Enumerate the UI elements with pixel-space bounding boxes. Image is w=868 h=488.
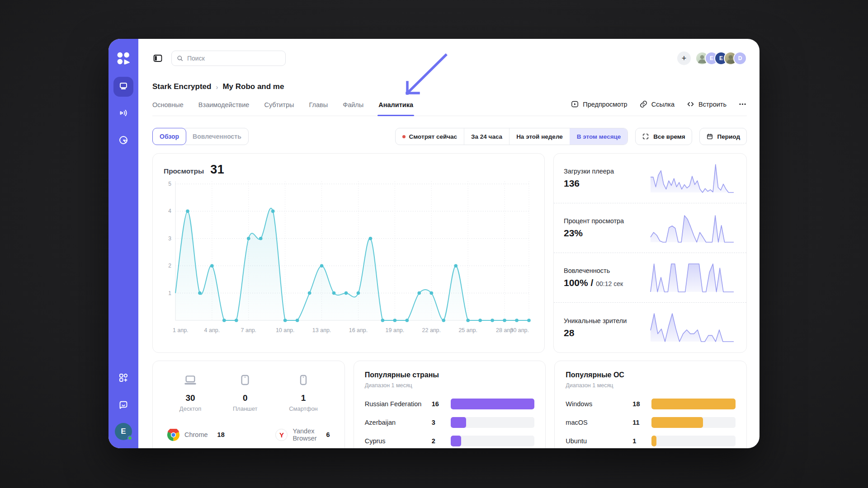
bar-value: 3 (432, 419, 451, 426)
stat-value-watch-percent: 23% (564, 228, 624, 239)
filter-month[interactable]: В этом месяце (570, 128, 628, 145)
live-icon (118, 108, 129, 120)
sidebar: E (108, 39, 138, 448)
app-window: E + EED Stark Encrypte (108, 39, 760, 448)
breadcrumb-parent[interactable]: Stark Encrypted (152, 82, 211, 91)
sidebar-item-live[interactable] (113, 104, 133, 124)
bar-fill (651, 399, 736, 409)
bar-fill (651, 417, 703, 428)
countries-row: Cyprus2 (365, 436, 535, 446)
device-tablet-value: 0 (243, 393, 248, 403)
preview-button[interactable]: Предпросмотр (571, 100, 627, 108)
support-button[interactable] (114, 397, 132, 415)
main-area: + EED Stark Encrypted › My Robo and me О… (138, 39, 760, 448)
os-row: Ubuntu1 (566, 436, 736, 446)
tabs-row: ОсновныеВзаимодействиеСубтитрыГлавыФайлы… (152, 101, 747, 116)
filter-week-label: На этой неделе (516, 133, 563, 140)
stat-row-watch-percent: Процент просмотра23% (554, 203, 746, 253)
sidebar-item-library[interactable] (113, 77, 133, 97)
sparkline-player-loads (649, 161, 736, 196)
video-actions: ПредпросмотрСсылкаВстроить (571, 100, 747, 108)
bar-track (451, 436, 535, 446)
tab-interaction[interactable]: Взаимодействие (198, 101, 250, 116)
bar-fill (651, 436, 656, 446)
period-button[interactable]: Период (699, 128, 747, 145)
stat-value-engagement: 100% / 00:12 сек (564, 277, 623, 288)
more-button[interactable] (738, 100, 747, 108)
avatar-group: EED (695, 52, 747, 65)
svg-text:1 апр.: 1 апр. (173, 327, 189, 333)
stat-row-unique-viewers: Уникальные зрители28 (554, 303, 746, 352)
preview-icon (571, 100, 579, 108)
browser-yandex-value: 6 (326, 431, 330, 438)
filter-month-label: В этом месяце (577, 133, 621, 140)
filter-watching-now-label: Смотрят сейчас (409, 133, 458, 140)
bar-value: 11 (632, 419, 651, 426)
user-avatar[interactable]: E (115, 423, 132, 440)
phone-icon (296, 373, 311, 389)
svg-text:16 апр.: 16 апр. (349, 327, 368, 333)
tab-chapters[interactable]: Главы (309, 101, 328, 116)
avatar-d-4[interactable]: D (733, 52, 747, 65)
bar-name: Russian Federation (365, 400, 432, 408)
device-smartphone: 1Смартфон (289, 373, 318, 412)
filter-watching-now[interactable]: Смотрят сейчас (396, 128, 464, 145)
filter-week[interactable]: На этой неделе (509, 128, 570, 145)
all-time-button[interactable]: Все время (635, 128, 692, 145)
add-member-button[interactable]: + (677, 52, 691, 65)
svg-text:4 апр.: 4 апр. (204, 327, 220, 333)
stats-panel: Загрузки плеера136Процент просмотра23%Во… (553, 153, 747, 353)
all-time-label: Все время (653, 133, 685, 140)
countries-row: Azerbaijan3 (365, 417, 535, 428)
sidebar-item-analytics[interactable] (113, 131, 133, 151)
tablet-icon (238, 373, 252, 389)
browser-chrome-label: Chrome (184, 431, 208, 438)
countries-title: Популярные страны (365, 371, 535, 379)
breadcrumb: Stark Encrypted › My Robo and me (152, 82, 747, 91)
filter-24h[interactable]: За 24 часа (464, 128, 509, 145)
device-desktop-label: Десктоп (179, 405, 201, 412)
sparkline-watch-percent (649, 211, 736, 246)
svg-text:7 апр.: 7 апр. (241, 327, 257, 333)
browser-chrome: Chrome18 (167, 429, 225, 441)
browser-yandex: YYandexBrowser6 (275, 427, 330, 442)
os-title: Популярные ОС (566, 371, 736, 379)
bar-name: Windows (566, 400, 632, 408)
toggle-overview[interactable]: Обзор (152, 128, 186, 145)
tab-files[interactable]: Файлы (343, 101, 363, 116)
sidebar-collapse-button[interactable] (152, 53, 163, 64)
bar-name: Azerbaijan (365, 419, 432, 426)
device-tablet-label: Планшет (233, 405, 258, 412)
topbar: + EED (152, 51, 747, 66)
toggle-engagement[interactable]: Вовлеченность (182, 128, 249, 145)
stat-row-engagement: Вовлеченность100% / 00:12 сек (554, 253, 746, 303)
apps-icon (118, 372, 129, 385)
device-smartphone-label: Смартфон (289, 405, 318, 412)
stat-label-unique-viewers: Уникальные зрители (564, 317, 627, 324)
pie-icon (118, 135, 129, 147)
svg-text:22 апр.: 22 апр. (422, 327, 441, 333)
bar-track (451, 399, 535, 409)
tab-subtitles[interactable]: Субтитры (264, 101, 294, 116)
devices-card: 30Десктоп0Планшет1Смартфон Chrome18YYand… (152, 361, 345, 448)
browser-yandex-label: YandexBrowser (292, 427, 316, 442)
svg-text:30 апр.: 30 апр. (510, 327, 529, 333)
user-avatar-initial: E (121, 427, 126, 436)
breadcrumb-current: My Robo and me (222, 82, 284, 91)
tab-analytics[interactable]: Аналитика (378, 101, 413, 116)
tab-main[interactable]: Основные (152, 101, 184, 116)
range-filter: Смотрят сейчасЗа 24 часаНа этой неделеВ … (395, 128, 628, 145)
bar-value: 2 (432, 437, 451, 445)
chrome-icon (167, 429, 179, 441)
search-icon (176, 55, 184, 62)
period-label: Период (717, 133, 740, 140)
bar-value: 1 (632, 437, 651, 445)
embed-button[interactable]: Встроить (686, 100, 726, 108)
apps-button[interactable] (114, 370, 132, 388)
link-button[interactable]: Ссылка (639, 100, 675, 108)
os-row: macOS11 (566, 417, 736, 428)
yandex-icon: Y (275, 429, 288, 441)
svg-text:2: 2 (168, 263, 171, 269)
search-input[interactable] (187, 55, 281, 62)
more-icon (738, 100, 747, 108)
